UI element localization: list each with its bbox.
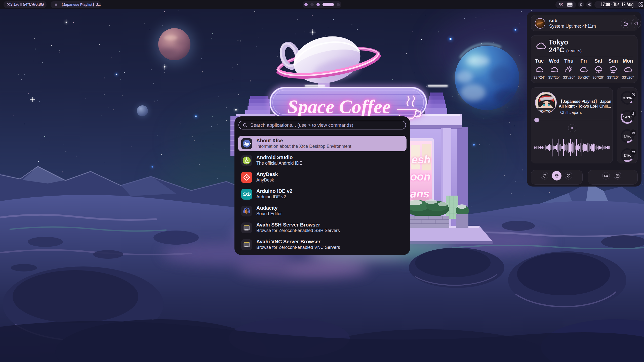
svg-text:esh: esh xyxy=(412,153,431,166)
svg-text:TOKYO L: TOKYO L xyxy=(539,109,554,113)
svg-text:oon: oon xyxy=(410,170,431,183)
svg-text:Space Coffee: Space Coffee xyxy=(288,96,391,117)
